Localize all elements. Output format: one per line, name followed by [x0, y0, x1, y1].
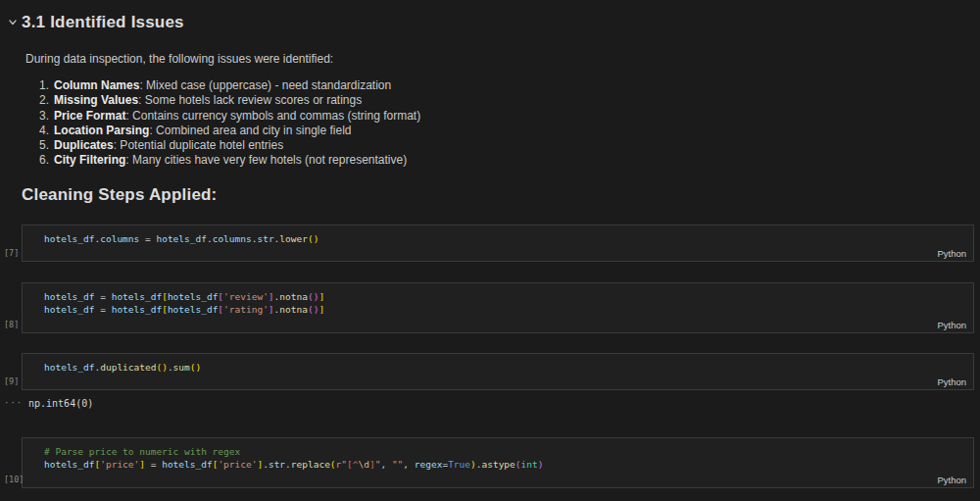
- issue-number: 3.: [39, 109, 49, 123]
- execution-count: [8]: [4, 320, 19, 329]
- issue-text: : Some hotels lack review scores or rati…: [138, 93, 362, 107]
- subsection-title: Cleaning Steps Applied:: [22, 185, 980, 205]
- issue-label: Price Format: [54, 109, 125, 123]
- code-cell-8[interactable]: [8] hotels_df = hotels_df[hotels_df['rev…: [22, 282, 974, 333]
- chevron-down-icon[interactable]: [6, 16, 20, 29]
- code-cell-9[interactable]: [9] hotels_df.duplicated().sum() Python: [22, 353, 974, 390]
- code-cell-10[interactable]: [10] # Parse price to numeric with regex…: [22, 437, 974, 488]
- issue-text: : Combined area and city in single field: [149, 124, 351, 137]
- issue-number: 6.: [39, 153, 49, 167]
- language-label[interactable]: Python: [937, 376, 966, 387]
- execution-count: [7]: [4, 248, 19, 258]
- issue-item: 6.City Filtering: Many cities have very …: [39, 153, 980, 168]
- markdown-cell: 3.1 Identified Issues During data inspec…: [0, 13, 980, 205]
- issue-number: 4.: [39, 124, 49, 137]
- issues-list: 1.Column Names: Mixed case (uppercase) -…: [39, 78, 980, 169]
- section-heading-row: 3.1 Identified Issues: [6, 13, 980, 32]
- issue-label: Duplicates: [54, 138, 114, 152]
- section-title: 3.1 Identified Issues: [22, 13, 184, 32]
- issue-text: : Contains currency symbols and commas (…: [125, 109, 420, 123]
- notebook-page: 3.1 Identified Issues During data inspec…: [0, 13, 980, 501]
- output-options-icon[interactable]: ···: [4, 398, 23, 408]
- issue-label: Column Names: [54, 78, 139, 92]
- issue-item: 3.Price Format: Contains currency symbol…: [39, 109, 980, 124]
- issue-item: 2.Missing Values: Some hotels lack revie…: [39, 93, 980, 108]
- issue-label: City Filtering: [54, 153, 125, 167]
- issue-number: 5.: [39, 138, 49, 152]
- issue-text: : Mixed case (uppercase) - need standard…: [139, 78, 391, 92]
- issue-label: Missing Values: [54, 93, 138, 107]
- language-label[interactable]: Python: [937, 475, 966, 485]
- execution-count: [9]: [4, 376, 19, 386]
- code-editor[interactable]: hotels_df = hotels_df[hotels_df['review'…: [23, 283, 973, 316]
- execution-count: [10]: [4, 475, 24, 484]
- code-editor[interactable]: hotels_df.duplicated().sum(): [23, 354, 973, 374]
- code-editor[interactable]: # Parse price to numeric with regexhotel…: [23, 438, 973, 471]
- issue-text: : Many cities have very few hotels (not …: [125, 153, 407, 167]
- output-text: np.int64(0): [22, 397, 980, 410]
- issue-number: 2.: [39, 93, 49, 107]
- code-cell-7[interactable]: [7] hotels_df.columns = hotels_df.column…: [22, 225, 974, 262]
- issue-number: 1.: [39, 78, 49, 92]
- issue-item: 1.Column Names: Mixed case (uppercase) -…: [39, 78, 980, 93]
- intro-text: During data inspection, the following is…: [25, 52, 980, 67]
- language-label[interactable]: Python: [937, 320, 966, 330]
- language-label[interactable]: Python: [937, 248, 966, 259]
- issue-item: 5.Duplicates: Potential duplicate hotel …: [39, 138, 980, 153]
- code-editor[interactable]: hotels_df.columns = hotels_df.columns.st…: [23, 225, 973, 245]
- issue-label: Location Parsing: [54, 124, 149, 137]
- cell-output: ··· np.int64(0): [22, 397, 980, 410]
- issue-item: 4.Location Parsing: Combined area and ci…: [39, 124, 980, 138]
- issue-text: : Potential duplicate hotel entries: [114, 138, 283, 152]
